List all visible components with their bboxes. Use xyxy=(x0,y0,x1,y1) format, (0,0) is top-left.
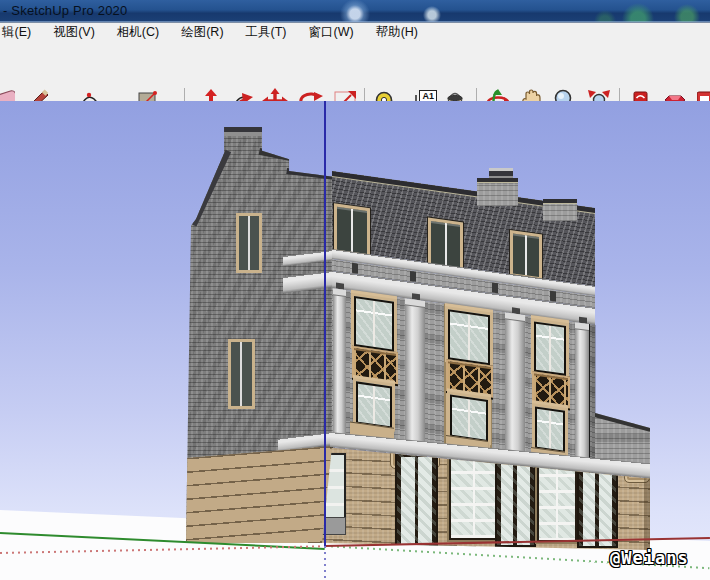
entry-door xyxy=(495,453,536,547)
side-window-lower xyxy=(228,339,255,409)
menu-view[interactable]: 视图(V) xyxy=(42,22,106,44)
storefront-window xyxy=(537,459,577,542)
stone-texture xyxy=(182,434,337,557)
menu-help[interactable]: 帮助(H) xyxy=(365,22,429,44)
podium-parapet xyxy=(595,411,650,464)
window-title: - SketchUp Pro 2020 xyxy=(3,3,127,18)
cornice-bracket xyxy=(410,271,416,282)
building-side-wall xyxy=(186,124,333,543)
axis-blue-dotted xyxy=(324,546,326,580)
sketchup-window: - SketchUp Pro 2020 辑(E) 视图(V) 相机(C) 绘图(… xyxy=(0,0,710,580)
chimney-cap xyxy=(220,124,266,136)
right-return-shade xyxy=(589,324,596,478)
entry-door xyxy=(395,450,438,546)
viewport-canvas[interactable]: @Weians xyxy=(0,101,710,580)
side-window-upper xyxy=(236,213,262,273)
watermark: @Weians xyxy=(610,548,689,568)
lower-window xyxy=(450,395,488,442)
menu-camera[interactable]: 相机(C) xyxy=(106,22,170,44)
balcony xyxy=(352,346,398,384)
menu-tools[interactable]: 工具(T) xyxy=(235,22,298,44)
menu-edit[interactable]: 辑(E) xyxy=(0,22,42,44)
pilaster xyxy=(405,298,425,454)
menu-bar: 辑(E) 视图(V) 相机(C) 绘图(R) 工具(T) 窗口(W) 帮助(H) xyxy=(0,22,710,43)
storefront-window xyxy=(449,456,498,540)
dormer-window xyxy=(334,203,370,255)
right-parapet xyxy=(543,199,577,221)
cornice-bracket xyxy=(492,282,498,293)
upper-window xyxy=(448,309,490,365)
upper-window xyxy=(534,321,566,375)
mid-parapet xyxy=(477,178,518,206)
dormer-window xyxy=(510,230,542,278)
gable-coping xyxy=(191,150,231,227)
cornice-bracket xyxy=(352,263,358,274)
title-bar[interactable]: - SketchUp Pro 2020 xyxy=(0,0,710,22)
dormer-window xyxy=(428,217,463,269)
toolbar: A1 xyxy=(0,42,710,102)
side-stone-base xyxy=(186,446,333,543)
pilaster xyxy=(505,312,525,468)
menu-window[interactable]: 窗口(W) xyxy=(298,22,365,44)
gable-coping xyxy=(259,148,292,161)
pilaster xyxy=(575,322,589,477)
lower-window xyxy=(535,407,565,453)
balcony xyxy=(532,371,570,408)
menu-draw[interactable]: 绘图(R) xyxy=(170,22,234,44)
upper-window xyxy=(354,296,394,352)
lower-window xyxy=(356,381,392,428)
pilaster xyxy=(333,288,346,443)
axis-blue-solid xyxy=(324,101,326,546)
cornice-bracket xyxy=(550,291,556,302)
balcony xyxy=(446,359,493,398)
podium-coping xyxy=(594,412,651,432)
